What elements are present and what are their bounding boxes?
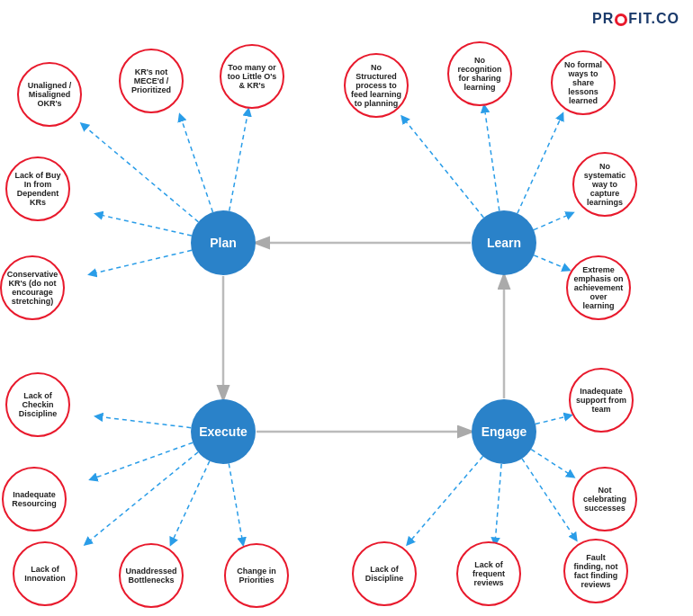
sat-no-systematic: No systematic way to capture learnings	[572, 152, 637, 217]
sat-inadequate-support: Inadequate support from team	[569, 368, 634, 433]
sat-unaddressed-bottlenecks: Unaddressed Bottlenecks	[119, 543, 184, 608]
logo: PRFIT.CO	[592, 11, 680, 27]
diagram-container: PRFIT.CO	[0, 0, 693, 616]
sat-lack-discipline: Lack of Discipline	[352, 541, 417, 606]
learn-node: Learn	[472, 210, 536, 275]
sat-change-priorities: Change in Priorities	[224, 543, 289, 608]
sat-lack-frequent-reviews: Lack of frequent reviews	[456, 541, 521, 606]
sat-fault-finding: Fault finding, not fact finding reviews	[563, 539, 628, 603]
plan-node: Plan	[191, 210, 256, 275]
sat-conservative-krs: Conservative KR's (do not encourage stre…	[0, 255, 65, 320]
sat-inadequate-resourcing: Inadequate Resourcing	[2, 467, 67, 531]
sat-extreme-emphasis: Extreme emphasis on achievement over lea…	[566, 255, 631, 320]
sat-kr-not-meced: KR's not MECE'd / Prioritized	[119, 49, 184, 113]
logo-o	[615, 13, 627, 26]
sat-no-structured: No Structured process to feed learning t…	[344, 53, 409, 118]
sat-lack-checkin: Lack of Checkin Discipline	[5, 372, 70, 437]
sat-not-celebrating: Not celebrating successes	[572, 467, 637, 531]
sat-unaligned: Unaligned / Misaligned OKR's	[17, 62, 82, 127]
execute-node: Execute	[191, 399, 256, 464]
sat-no-formal: No formal ways to share lessons learned	[551, 50, 616, 115]
sat-lack-innovation: Lack of Innovation	[13, 541, 77, 606]
engage-node: Engage	[472, 399, 536, 464]
sat-too-many: Too many or too Little O's & KR's	[220, 44, 284, 109]
sat-lack-buy-in: Lack of Buy In from Dependent KRs	[5, 156, 70, 221]
sat-no-recognition: No recognition for sharing learning	[447, 41, 512, 106]
